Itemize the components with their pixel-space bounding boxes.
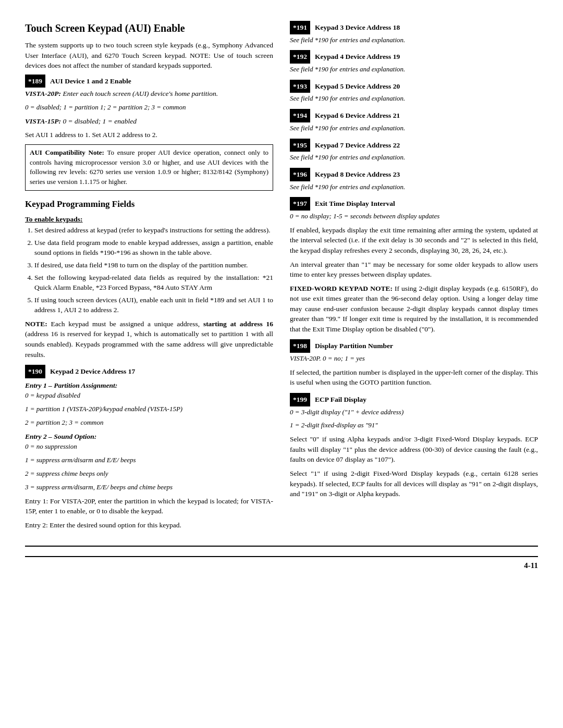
field-195-see: See field *190 for entries and explanati… <box>290 153 538 163</box>
field-199-values2: 1 = 2-digit fixed-display as "91" <box>290 421 538 430</box>
field-194-label-row: *194 Keypad 6 Device Address 21 <box>290 109 538 122</box>
field-193-title: Keypad 5 Device Address 20 <box>315 81 400 92</box>
field-194-num: *194 <box>290 109 310 122</box>
step-5: If using touch screen devices (AUI), ena… <box>34 295 273 315</box>
field-192-num: *192 <box>290 50 310 64</box>
field-192-see: See field *190 for entries and explanati… <box>290 65 538 75</box>
field-196-see: See field *190 for entries and explanati… <box>290 182 538 192</box>
page-number: 4-11 <box>524 560 538 572</box>
entry2-text: Entry 2: Enter the desired sound option … <box>25 520 273 530</box>
entry2-val1: 1 = suppress arm/disarm and E/E/ beeps <box>25 455 273 465</box>
fixed-word-label: FIXED-WORD KEYPAD NOTE: <box>290 285 393 292</box>
field-199-text2: Select "1" if using 2-digit Fixed-Word D… <box>290 468 538 499</box>
field-199-values1: 0 = 3-digit display ("1" + device addres… <box>290 408 538 417</box>
field-190-num: *190 <box>25 365 45 378</box>
field-197-block: *197 Exit Time Display Interval 0 = no d… <box>290 197 538 334</box>
field-192-title: Keypad 4 Device Address 19 <box>315 52 400 62</box>
keypad-note-text: NOTE: Each keypad must be assigned a uni… <box>25 319 273 360</box>
field-196-title: Keypad 8 Device Address 23 <box>315 169 400 180</box>
field-198-values: VISTA-20P. 0 = no; 1 = yes <box>290 354 538 364</box>
field-189-set-text: Set AUI 1 address to 1. Set AUI 2 addres… <box>25 130 273 140</box>
field-197-num: *197 <box>290 197 310 211</box>
step-2: Use data field program mode to enable ke… <box>34 238 273 258</box>
entry1-text: Entry 1: For VISTA-20P, enter the partit… <box>25 496 273 516</box>
field-189-block: *189 AUI Device 1 and 2 Enable VISTA-20P… <box>25 75 273 191</box>
field-199-label-row: *199 ECP Fail Display <box>290 393 538 406</box>
field-198-title: Display Partition Number <box>315 341 393 351</box>
field-193-see: See field *190 for entries and explanati… <box>290 94 538 104</box>
field-195-block: *195 Keypad 7 Device Address 22 See fiel… <box>290 139 538 163</box>
field-190-title: Keypad 2 Device Address 17 <box>50 366 135 377</box>
field-193-label-row: *193 Keypad 5 Device Address 20 <box>290 80 538 93</box>
page-content: Touch Screen Keypad (AUI) Enable The sys… <box>25 21 538 572</box>
field-195-label-row: *195 Keypad 7 Device Address 22 <box>290 139 538 152</box>
page-number-row: 4-11 <box>25 556 538 572</box>
aui-compatibility-note: AUI Compatibility Note: To ensure proper… <box>25 144 273 191</box>
field-189-vista20p: VISTA-20P: Enter each touch screen (AUI)… <box>25 89 273 99</box>
note-title: AUI Compatibility Note: <box>30 149 104 156</box>
field-197-fixed-word: FIXED-WORD KEYPAD NOTE: If using 2-digit… <box>290 283 538 335</box>
field-191-num: *191 <box>290 21 310 34</box>
entry2-val0: 0 = no suppression <box>25 442 273 452</box>
page-bottom-rule <box>25 546 538 547</box>
to-enable-keypads-subhead: To enable keypads: <box>25 214 273 225</box>
field-197-label-row: *197 Exit Time Display Interval <box>290 197 538 211</box>
field-195-num: *195 <box>290 139 310 152</box>
vista20p-text: Enter each touch screen (AUI) device's h… <box>63 90 218 97</box>
step-3: If desired, use data field *198 to turn … <box>34 260 273 270</box>
field-193-block: *193 Keypad 5 Device Address 20 See fiel… <box>290 80 538 104</box>
field-191-block: *191 Keypad 3 Device Address 18 See fiel… <box>290 21 538 45</box>
step-4: Set the following keypad-related data fi… <box>34 273 273 293</box>
touch-screen-section: Touch Screen Keypad (AUI) Enable The sys… <box>25 21 273 191</box>
field-192-block: *192 Keypad 4 Device Address 19 See fiel… <box>290 50 538 74</box>
field-194-title: Keypad 6 Device Address 21 <box>315 110 400 121</box>
left-column: Touch Screen Keypad (AUI) Enable The sys… <box>25 21 273 537</box>
field-189-values1: 0 = disabled; 1 = partition 1; 2 = parti… <box>25 103 273 113</box>
vista15p-label: VISTA-15P: <box>25 117 63 125</box>
field-198-label-row: *198 Display Partition Number <box>290 339 538 353</box>
field-199-title: ECP Fail Display <box>315 394 366 405</box>
field-191-label-row: *191 Keypad 3 Device Address 18 <box>290 21 538 34</box>
entry2-val2: 2 = suppress chime beeps only <box>25 469 273 479</box>
field-199-block: *199 ECP Fail Display 0 = 3-digit displa… <box>290 393 538 499</box>
field-189-title: AUI Device 1 and 2 Enable <box>50 76 131 87</box>
field-194-block: *194 Keypad 6 Device Address 21 See fiel… <box>290 109 538 133</box>
entry2-val3: 3 = suppress arm/disarm, E/E/ beeps and … <box>25 483 273 492</box>
field-196-num: *196 <box>290 168 310 181</box>
field-198-text: If selected, the partition number is dis… <box>290 367 538 388</box>
field-198-num: *198 <box>290 339 310 353</box>
entry1-label: Entry 1 – Partition Assignment: <box>25 380 273 391</box>
entry2-label: Entry 2 – Sound Option: <box>25 431 273 442</box>
field-199-num: *199 <box>290 393 310 406</box>
field-190-label-row: *190 Keypad 2 Device Address 17 <box>25 365 273 378</box>
field-197-text2: An interval greater than "1" may be nece… <box>290 260 538 280</box>
touch-screen-intro: The system supports up to two touch scre… <box>25 40 273 71</box>
field-198-block: *198 Display Partition Number VISTA-20P.… <box>290 339 538 388</box>
keypad-programming-title: Keypad Programming Fields <box>25 198 273 211</box>
vista15p-text: 0 = disabled; 1 = enabled <box>63 117 137 125</box>
field-196-block: *196 Keypad 8 Device Address 23 See fiel… <box>290 168 538 192</box>
field-189-label-row: *189 AUI Device 1 and 2 Enable <box>25 75 273 88</box>
field-195-title: Keypad 7 Device Address 22 <box>315 140 400 151</box>
field-196-label-row: *196 Keypad 8 Device Address 23 <box>290 168 538 181</box>
field-191-see: See field *190 for entries and explanati… <box>290 35 538 45</box>
step-1: Set desired address at keypad (refer to … <box>34 225 273 236</box>
entry1-val2: 2 = partition 2; 3 = common <box>25 418 273 428</box>
field-192-label-row: *192 Keypad 4 Device Address 19 <box>290 50 538 64</box>
field-193-num: *193 <box>290 80 310 93</box>
field-189-num: *189 <box>25 75 45 88</box>
field-190-block: *190 Keypad 2 Device Address 17 Entry 1 … <box>25 365 273 530</box>
field-197-text1: If enabled, keypads display the exit tim… <box>290 225 538 256</box>
field-199-text1: Select "0" if using Alpha keypads and/or… <box>290 434 538 465</box>
keypad-programming-section: Keypad Programming Fields To enable keyp… <box>25 198 273 530</box>
field-197-values: 0 = no display; 1-5 = seconds between di… <box>290 212 538 221</box>
field-194-see: See field *190 for entries and explanati… <box>290 124 538 133</box>
field-197-title: Exit Time Display Interval <box>315 199 395 209</box>
field-191-title: Keypad 3 Device Address 18 <box>315 22 400 33</box>
right-column: *191 Keypad 3 Device Address 18 See fiel… <box>290 21 538 537</box>
entry1-val1: 1 = partition 1 (VISTA-20P)/keypad enabl… <box>25 404 273 414</box>
keypad-steps-list: Set desired address at keypad (refer to … <box>34 225 273 315</box>
field-189-vista15p: VISTA-15P: 0 = disabled; 1 = enabled <box>25 116 273 127</box>
vista20p-label: VISTA-20P: <box>25 90 61 97</box>
touch-screen-title: Touch Screen Keypad (AUI) Enable <box>25 21 273 36</box>
